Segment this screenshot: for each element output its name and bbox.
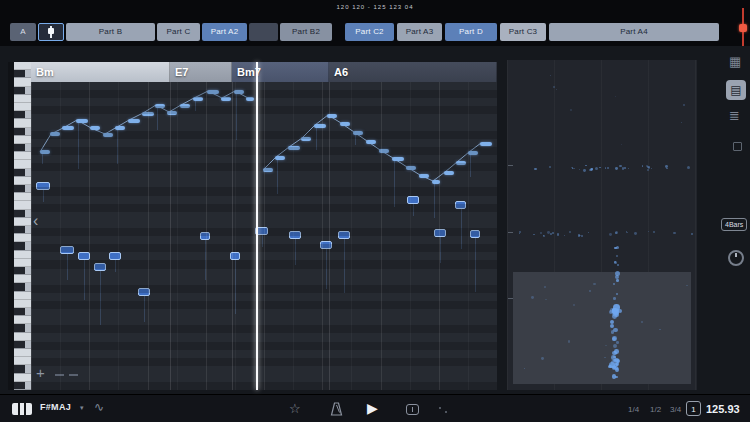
chord-block[interactable]: Bm (31, 62, 170, 82)
arrangement-part[interactable]: Part A4 (549, 23, 719, 41)
key-signature-button[interactable]: F#MAJ (40, 402, 71, 412)
particle-dot (666, 168, 667, 169)
grid-view-icon[interactable]: ▦ (729, 54, 741, 69)
piano-roll-grid[interactable]: + (31, 82, 497, 390)
division-three-quarter[interactable]: 3/4 (670, 405, 681, 414)
chord-block[interactable]: E7 (170, 62, 232, 82)
arrangement-part[interactable]: Part C (157, 23, 200, 41)
piano-key[interactable] (14, 292, 31, 300)
piano-key[interactable] (14, 300, 31, 308)
piano-key[interactable] (14, 349, 31, 357)
piano-key[interactable] (14, 95, 31, 103)
division-whole-selected[interactable]: 1 (686, 401, 701, 416)
piano-key[interactable] (14, 111, 31, 119)
piano-key[interactable] (14, 275, 31, 283)
piano-key[interactable] (14, 324, 31, 332)
piano-keyboard[interactable] (14, 62, 31, 390)
track-view-button[interactable]: ▤ (726, 80, 746, 100)
piano-key[interactable] (14, 357, 31, 365)
part-slider-handle[interactable] (48, 28, 54, 34)
piano-key[interactable] (14, 177, 31, 185)
grid-line (439, 82, 440, 390)
midi-note[interactable] (128, 119, 140, 123)
piano-key[interactable] (14, 267, 31, 275)
zoom-slider-handle[interactable] (739, 24, 747, 32)
division-half[interactable]: 1/2 (650, 405, 661, 414)
playhead[interactable] (256, 62, 258, 390)
chord-block[interactable]: A6 (329, 62, 497, 82)
arrangement-part[interactable]: A (10, 23, 36, 41)
piano-key[interactable] (14, 152, 31, 160)
particle-dot (615, 231, 618, 234)
division-quarter[interactable]: 1/4 (628, 405, 639, 414)
piano-key[interactable] (14, 62, 31, 70)
piano-key[interactable] (14, 193, 31, 201)
midi-note[interactable] (444, 171, 454, 175)
piano-key[interactable] (14, 226, 31, 234)
loop-region-icon[interactable] (406, 404, 419, 415)
piano-key[interactable] (14, 87, 31, 95)
arrangement-part[interactable]: Part D (445, 23, 497, 41)
arrangement-part[interactable]: Part B2 (280, 23, 332, 41)
particle-dot (616, 362, 619, 365)
arrangement-part[interactable]: Part A2 (202, 23, 247, 41)
piano-key[interactable] (14, 218, 31, 226)
piano-key[interactable] (14, 374, 31, 382)
piano-key[interactable] (14, 283, 31, 291)
midi-note[interactable] (90, 126, 100, 130)
midi-note-selected[interactable] (78, 252, 90, 260)
tempo-display[interactable]: 125.93 (706, 403, 740, 415)
piano-key[interactable] (14, 259, 31, 267)
arrangement-part[interactable]: Part C3 (500, 23, 546, 41)
piano-key[interactable] (14, 144, 31, 152)
lines-view-icon[interactable]: ≣ (729, 108, 740, 123)
arrangement-part[interactable]: Part C2 (345, 23, 394, 41)
midi-note[interactable] (419, 174, 429, 178)
piano-key[interactable] (14, 382, 31, 390)
piano-key[interactable] (14, 308, 31, 316)
collapse-keyboard-arrow[interactable]: ‹ (33, 212, 38, 230)
arrangement-part[interactable]: Part B (66, 23, 155, 41)
pitch-wave-icon[interactable]: ∿ (94, 400, 104, 414)
midi-note[interactable] (340, 122, 350, 126)
mini-tool-icon[interactable] (733, 142, 742, 151)
midi-note[interactable] (62, 126, 74, 130)
piano-key[interactable] (14, 78, 31, 86)
piano-key[interactable] (14, 103, 31, 111)
piano-key[interactable] (14, 333, 31, 341)
more-dot (439, 407, 441, 409)
piano-key[interactable] (14, 365, 31, 373)
piano-key[interactable] (14, 136, 31, 144)
metronome-icon[interactable] (330, 402, 343, 416)
particle-dot (556, 89, 557, 90)
black-key-bar (14, 324, 25, 331)
add-button[interactable]: + (36, 364, 45, 381)
bars-selector[interactable]: 4Bars (721, 218, 747, 231)
arrangement-part[interactable] (249, 23, 278, 41)
piano-key[interactable] (14, 185, 31, 193)
piano-key[interactable] (14, 201, 31, 209)
arrangement-part[interactable]: Part A3 (397, 23, 442, 41)
piano-key[interactable] (14, 242, 31, 250)
midi-note[interactable] (480, 142, 492, 146)
piano-key[interactable] (14, 341, 31, 349)
piano-key[interactable] (14, 210, 31, 218)
arrangement-part-selected[interactable] (38, 23, 64, 41)
piano-key[interactable] (14, 128, 31, 136)
piano-key[interactable] (14, 160, 31, 168)
play-button[interactable]: ▶ (367, 400, 378, 416)
star-icon[interactable]: ☆ (289, 401, 301, 416)
chord-block[interactable]: Bm7 (232, 62, 329, 82)
piano-key[interactable] (14, 70, 31, 78)
keyboard-toggle-icon[interactable] (12, 403, 32, 415)
piano-key[interactable] (14, 251, 31, 259)
piano-key[interactable] (14, 169, 31, 177)
piano-key[interactable] (14, 234, 31, 242)
arrangement-bar: APart BPart CPart A2Part B2Part C2Part A… (0, 20, 750, 46)
piano-key[interactable] (14, 316, 31, 324)
knob-control[interactable] (728, 250, 744, 266)
grid-line (293, 82, 294, 390)
midi-note[interactable] (366, 140, 376, 144)
piano-key[interactable] (14, 119, 31, 127)
grid-line (264, 82, 265, 390)
